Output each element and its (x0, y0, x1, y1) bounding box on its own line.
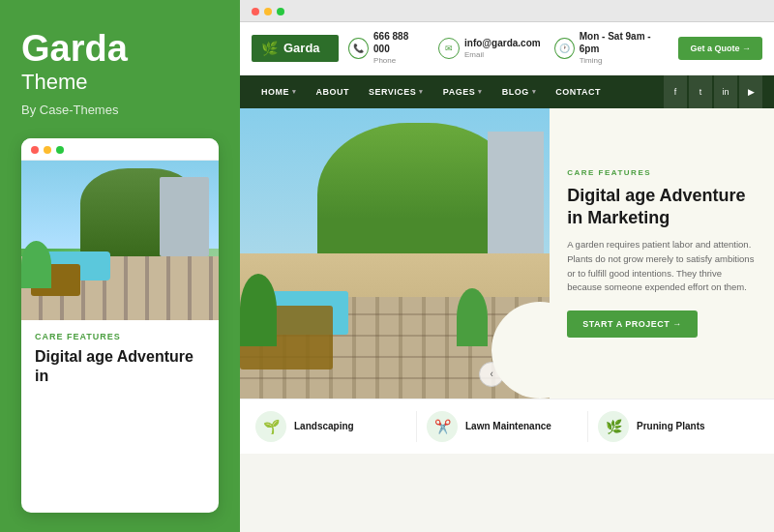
arrow-prev[interactable]: ‹ (479, 362, 504, 387)
hero-slider-arrows: ‹ › (479, 362, 535, 387)
sidebar-preview-card: CARE FEATURES Digital age Adventure in (21, 138, 219, 513)
sidebar-by-label: By Case-Themes (21, 103, 219, 117)
nav-item-about[interactable]: ABOUT (307, 78, 360, 105)
timing-text: Mon - Sat 9am - 6pm Timing (580, 30, 670, 67)
nav-item-home[interactable]: HOME ▾ (252, 78, 307, 105)
hero-image (240, 108, 550, 399)
website-contact-bar: 📞 666 888 000 Phone ✉ info@garda.com Ema… (348, 30, 669, 67)
garden-scene (21, 161, 219, 320)
arrow-next[interactable]: › (510, 362, 535, 387)
hero-image-container: ‹ › (240, 108, 550, 399)
service-pruning: 🌿 Pruning Plants (588, 411, 759, 442)
hero-cta-button[interactable]: START A PROJECT → (567, 310, 698, 338)
nav-item-services[interactable]: SERVICES ▾ (359, 78, 433, 105)
phone-text: 666 888 000 Phone (373, 30, 425, 67)
card-image (21, 161, 219, 320)
contact-phone: 📞 666 888 000 Phone (348, 30, 425, 67)
lawn-icon: ✂️ (427, 411, 458, 442)
nav-item-contact[interactable]: CONTACT (546, 78, 610, 105)
landscaping-icon: 🌱 (255, 411, 286, 442)
landscaping-label: Landscaping (294, 421, 354, 431)
nav-social: f t in ▶ (664, 75, 762, 108)
website-nav: HOME ▾ ABOUT SERVICES ▾ PAGES ▾ BLOG ▾ C… (240, 75, 774, 108)
nav-item-blog[interactable]: BLOG ▾ (492, 78, 547, 105)
browser-dot-green (277, 8, 284, 15)
main-content: 🌿 Garda 📞 666 888 000 Phone ✉ info@garda… (240, 0, 774, 532)
pruning-label: Pruning Plants (637, 421, 705, 431)
card-content: CARE FEATURES Digital age Adventure in (21, 320, 219, 399)
card-tag: CARE FEATURES (35, 332, 205, 341)
sidebar-logo-title: Garda (21, 29, 219, 70)
sidebar-logo: Garda Theme (21, 29, 219, 95)
browser-dot-yellow (264, 8, 272, 15)
home-chevron: ▾ (292, 88, 297, 96)
services-chevron: ▾ (419, 88, 424, 96)
contact-timing: 🕐 Mon - Sat 9am - 6pm Timing (554, 30, 670, 67)
pruning-icon: 🌿 (598, 411, 629, 442)
website-header: 🌿 Garda 📞 666 888 000 Phone ✉ info@garda… (240, 22, 774, 75)
contact-email: ✉ info@garda.com Email (438, 37, 541, 61)
sidebar: Garda Theme By Case-Themes CARE FEATURES… (0, 0, 240, 532)
clock-icon: 🕐 (554, 38, 575, 59)
email-icon: ✉ (438, 38, 460, 59)
social-linkedin[interactable]: in (714, 75, 737, 108)
blog-chevron: ▾ (532, 88, 537, 96)
hero-description: A garden requires patient labor and atte… (567, 238, 757, 295)
logo-icon: 🌿 (261, 41, 278, 56)
website-logo: 🌿 Garda (252, 35, 339, 62)
service-lawn: ✂️ Lawn Maintenance (417, 411, 588, 442)
garden-building (160, 177, 209, 257)
social-facebook[interactable]: f (664, 75, 687, 108)
browser-dots (252, 8, 762, 15)
phone-icon: 📞 (348, 38, 369, 59)
dot-red (31, 146, 39, 154)
hero-content: CARE FEATURES Digital age Adventure in M… (550, 108, 774, 399)
social-twitter[interactable]: t (689, 75, 712, 108)
nav-item-pages[interactable]: PAGES ▾ (433, 78, 492, 105)
hero-building (488, 132, 544, 271)
dot-yellow (44, 146, 51, 154)
website-hero: ‹ › CARE FEATURES Digital age Adventure … (240, 108, 774, 399)
browser-dot-red (252, 8, 259, 15)
dot-green (56, 146, 64, 154)
browser-chrome (240, 0, 774, 22)
service-landscaping: 🌱 Landscaping (255, 411, 417, 442)
garden-plants (21, 241, 51, 289)
nav-items: HOME ▾ ABOUT SERVICES ▾ PAGES ▾ BLOG ▾ C… (252, 78, 664, 105)
hero-plants-right (457, 288, 488, 346)
sidebar-logo-subtitle: Theme (21, 70, 219, 95)
card-topbar (21, 138, 219, 161)
hero-garden (240, 108, 550, 399)
lawn-label: Lawn Maintenance (465, 421, 551, 431)
logo-text: Garda (283, 41, 320, 55)
hero-title: Digital age Adventure in Marketing (567, 185, 757, 228)
services-bar: 🌱 Landscaping ✂️ Lawn Maintenance 🌿 Prun… (240, 399, 774, 454)
quote-button[interactable]: Get a Quote → (678, 37, 762, 60)
card-title: Digital age Adventure in (35, 347, 205, 386)
website-preview: 🌿 Garda 📞 666 888 000 Phone ✉ info@garda… (240, 22, 774, 454)
hero-plants-left (240, 274, 277, 346)
social-youtube[interactable]: ▶ (739, 75, 762, 108)
pages-chevron: ▾ (478, 88, 483, 96)
email-text: info@garda.com Email (464, 37, 541, 61)
hero-tag: CARE FEATURES (567, 168, 757, 177)
